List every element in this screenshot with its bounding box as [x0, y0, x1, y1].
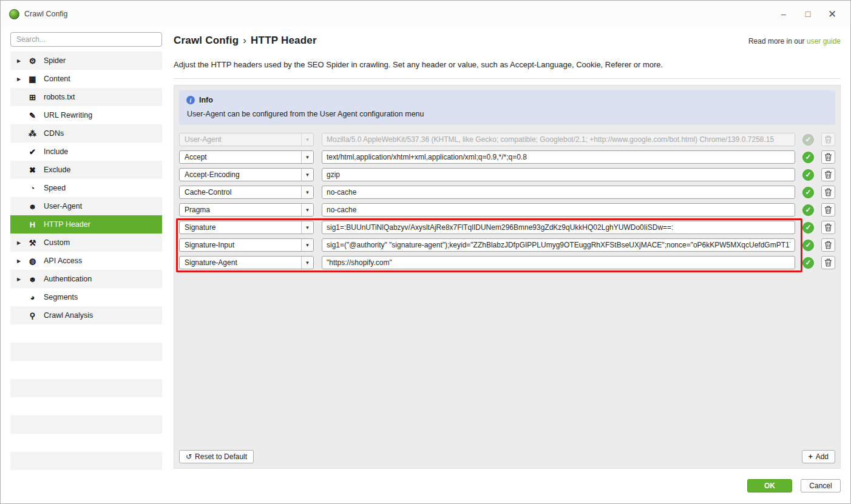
expand-arrow-icon[interactable]: ▶: [15, 76, 23, 82]
header-name-dropdown[interactable]: Signature-Agent ▼: [179, 256, 314, 269]
delete-header-button[interactable]: [821, 256, 835, 269]
sidebar-item-label: URL Rewriting: [44, 111, 92, 119]
trash-icon: [824, 135, 832, 144]
sidebar-item-label: Custom: [44, 238, 70, 247]
header-value-input[interactable]: [322, 203, 795, 217]
sidebar-item-label: Spider: [44, 56, 66, 65]
sidebar-item-authentication[interactable]: ▶ ☻ Authentication: [10, 270, 162, 288]
search-input[interactable]: [10, 32, 162, 47]
sidebar-item-spider[interactable]: ▶ ⚙ Spider: [10, 52, 162, 70]
cdn-network-icon: ⁂: [27, 129, 38, 138]
delete-header-button[interactable]: [821, 221, 835, 234]
chevron-down-icon[interactable]: ▼: [301, 151, 313, 163]
valid-check-icon: ✓: [802, 222, 814, 234]
expand-arrow-icon[interactable]: ▶: [15, 258, 23, 264]
sidebar-item-cdns[interactable]: ⁂ CDNs: [10, 124, 162, 143]
sidebar-item-include[interactable]: ✔ Include: [10, 143, 162, 161]
valid-check-icon: ✓: [802, 187, 814, 198]
read-more-text: Read more in our: [748, 37, 805, 45]
header-name-dropdown[interactable]: Accept ▼: [179, 150, 314, 164]
delete-header-button[interactable]: [821, 203, 835, 217]
sidebar-item-label: Exclude: [44, 166, 70, 174]
chevron-down-icon[interactable]: ▼: [301, 204, 313, 216]
breadcrumb: Crawl Config›HTTP Header: [174, 35, 317, 47]
header-name-value: Accept-Encoding: [180, 170, 301, 179]
app-logo-icon: [9, 9, 19, 19]
valid-check-icon: ✓: [802, 152, 814, 163]
ok-button[interactable]: OK: [747, 479, 792, 492]
valid-check-icon: ✓: [802, 134, 814, 146]
user-guide-link[interactable]: user guide: [807, 37, 841, 45]
sidebar: ▶ ⚙ Spider ▶ ▦ Content ⊞ robots.txt ✎ UR…: [10, 32, 162, 503]
header-value-input[interactable]: [322, 133, 795, 146]
include-check-icon: ✔: [27, 147, 38, 156]
header-name-value: Signature-Input: [180, 241, 301, 249]
header-name-value: Accept: [180, 153, 301, 161]
sidebar-item-http-header[interactable]: H HTTP Header: [10, 215, 162, 234]
info-box-title: i Info: [186, 96, 828, 104]
header-name-dropdown[interactable]: Signature ▼: [179, 221, 314, 234]
sidebar-item-content[interactable]: ▶ ▦ Content: [10, 70, 162, 88]
minimize-button[interactable]: –: [771, 5, 796, 23]
sidebar-item-speed[interactable]: ◔ Speed: [10, 179, 162, 197]
header-value-input[interactable]: [322, 168, 795, 181]
expand-arrow-icon[interactable]: ▶: [15, 240, 23, 246]
sidebar-item-segments[interactable]: ◕ Segments: [10, 288, 162, 306]
sidebar-filler-row: [10, 452, 162, 470]
trash-icon: [824, 170, 832, 179]
header-name-dropdown[interactable]: User-Agent ▼: [179, 133, 314, 146]
maximize-button[interactable]: □: [796, 5, 820, 23]
header-value-input[interactable]: [322, 221, 795, 234]
header-name-dropdown[interactable]: Accept-Encoding ▼: [179, 168, 314, 181]
expand-arrow-icon[interactable]: ▶: [15, 277, 23, 282]
sidebar-item-label: Authentication: [44, 275, 92, 283]
sidebar-item-api-access[interactable]: ▶ ◍ API Access: [10, 252, 162, 270]
plus-icon: +: [809, 452, 813, 461]
chevron-down-icon[interactable]: ▼: [301, 239, 313, 251]
url-rewriting-icon: ✎: [27, 111, 38, 120]
header-value-input[interactable]: [322, 150, 795, 164]
delete-header-button[interactable]: [821, 168, 835, 181]
header-value-wrap: [322, 150, 795, 164]
header-value-input[interactable]: [322, 256, 795, 269]
http-header-row: Cache-Control ▼ ✓: [179, 186, 835, 199]
chevron-down-icon[interactable]: ▼: [301, 133, 313, 146]
delete-header-button[interactable]: [821, 150, 835, 164]
reset-to-default-button[interactable]: ↺ Reset to Default: [179, 450, 254, 463]
window-controls: – □ ✕: [771, 5, 844, 23]
header-value-input[interactable]: [322, 186, 795, 199]
sidebar-filler-row: [10, 434, 162, 452]
header-name-dropdown[interactable]: Pragma ▼: [179, 203, 314, 217]
sidebar-item-crawl-analysis[interactable]: ⚲ Crawl Analysis: [10, 306, 162, 324]
header-value-input[interactable]: [322, 238, 795, 252]
chevron-down-icon[interactable]: ▼: [301, 169, 313, 181]
sidebar-item-label: User-Agent: [44, 202, 82, 210]
header-value-wrap: [322, 168, 795, 181]
sidebar-item-exclude[interactable]: ✖ Exclude: [10, 161, 162, 179]
chevron-down-icon[interactable]: ▼: [301, 186, 313, 198]
sidebar-item-robots-txt[interactable]: ⊞ robots.txt: [10, 88, 162, 106]
sidebar-item-label: Content: [44, 75, 70, 83]
delete-header-button[interactable]: [821, 186, 835, 199]
sidebar-item-user-agent[interactable]: ☻ User-Agent: [10, 197, 162, 215]
close-button[interactable]: ✕: [820, 5, 844, 23]
cancel-button[interactable]: Cancel: [801, 479, 841, 492]
header-name-dropdown[interactable]: Cache-Control ▼: [179, 186, 314, 199]
sidebar-item-custom[interactable]: ▶ ⚒ Custom: [10, 234, 162, 252]
http-header-row: Signature ▼ ✓: [179, 221, 835, 234]
breadcrumb-separator-icon: ›: [243, 35, 246, 46]
sidebar-item-url-rewriting[interactable]: ✎ URL Rewriting: [10, 106, 162, 124]
delete-header-button[interactable]: [821, 133, 835, 146]
chevron-down-icon[interactable]: ▼: [301, 257, 313, 269]
divider: [174, 78, 841, 79]
delete-header-button[interactable]: [821, 238, 835, 252]
expand-arrow-icon[interactable]: ▶: [15, 58, 23, 64]
trash-icon: [824, 206, 832, 214]
crawl-config-window: Crawl Config – □ ✕ ▶ ⚙ Spider ▶ ▦ Conten…: [0, 0, 851, 504]
chevron-down-icon[interactable]: ▼: [301, 221, 313, 234]
authentication-icon: ☻: [27, 275, 38, 284]
page-header: Crawl Config›HTTP Header Read more in ou…: [174, 35, 841, 47]
user-agent-icon: ☻: [27, 202, 38, 211]
add-header-button[interactable]: + Add: [802, 450, 835, 463]
header-name-dropdown[interactable]: Signature-Input ▼: [179, 238, 314, 252]
